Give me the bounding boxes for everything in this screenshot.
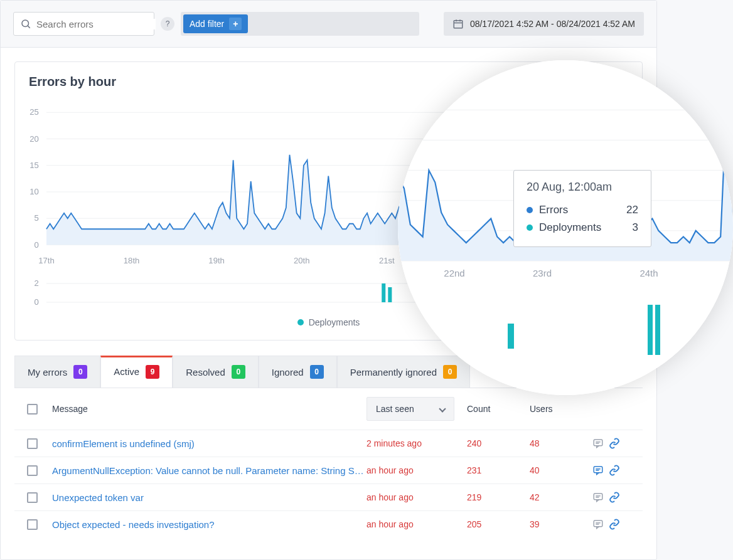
tab-badge: 0 [232,365,245,379]
error-table: Message Last seen Count Users confirmEle… [14,388,643,537]
tab-badge: 0 [310,365,324,379]
error-message-link[interactable]: confirmElement is undefined (smj) [52,438,366,449]
svg-text:22nd: 22nd [463,255,481,265]
svg-rect-30 [382,283,385,302]
tab-active[interactable]: Active9 [100,356,173,388]
date-range-text: 08/17/2021 4:52 AM - 08/24/2021 4:52 AM [470,19,635,29]
last-seen-value: 2 minutes ago [366,438,467,448]
svg-rect-41 [594,520,602,527]
topbar: ? Add filter + 08/17/2021 4:52 AM - 08/2… [1,1,656,48]
calendar-icon [452,18,464,29]
deployments-chart[interactable]: 02 [15,277,642,309]
tab-label: Active [114,366,139,377]
comment-icon[interactable] [592,465,604,476]
svg-rect-2 [454,21,463,28]
table-row: confirmElement is undefined (smj) 2 minu… [14,430,643,457]
tab-badge: 0 [73,365,87,379]
row-checkbox[interactable] [27,492,38,503]
svg-text:25: 25 [29,107,39,117]
row-checkbox[interactable] [27,465,38,476]
deployments-legend: Deployments [15,309,642,340]
users-value: 48 [530,438,592,448]
svg-text:20: 20 [29,134,39,144]
add-filter-label: Add filter [190,19,224,29]
last-seen-value: an hour ago [366,465,467,475]
last-seen-value: an hour ago [366,519,467,529]
svg-line-1 [28,26,29,28]
svg-text:19th: 19th [208,255,225,265]
tab-ignored[interactable]: Ignored0 [259,356,337,388]
tab-my-errors[interactable]: My errors0 [14,356,100,388]
svg-rect-31 [388,287,392,302]
svg-text:0: 0 [35,297,39,307]
table-row: ArgumentNullException: Value cannot be n… [14,457,643,483]
svg-rect-32 [594,440,602,446]
svg-text:10: 10 [29,187,39,196]
sort-last-seen[interactable]: Last seen [366,397,454,421]
search-input-wrapper[interactable] [13,12,154,36]
date-range-picker[interactable]: 08/17/2021 4:52 AM - 08/24/2021 4:52 AM [444,12,644,36]
error-message-link[interactable]: Object expected - needs investigation? [52,519,366,530]
svg-text:23rd: 23rd [548,255,565,265]
count-value: 219 [467,492,530,502]
link-icon[interactable] [609,465,620,476]
svg-text:2: 2 [35,278,39,288]
users-value: 40 [530,465,592,475]
link-icon[interactable] [609,438,620,449]
tab-label: Ignored [272,367,304,378]
svg-text:15: 15 [29,161,39,170]
users-value: 42 [530,492,592,502]
row-checkbox[interactable] [27,438,38,449]
chart-card: Errors by hour 051015202517th18th19th20t… [14,61,643,341]
filter-bar: Add filter + [181,12,419,36]
header-message: Message [52,404,366,414]
help-button[interactable]: ? [161,17,174,31]
svg-point-0 [22,20,29,27]
svg-text:21st: 21st [379,255,395,265]
count-value: 231 [467,465,530,475]
legend-label: Deployments [309,317,360,327]
table-row: Object expected - needs investigation? a… [14,510,643,537]
search-icon [20,18,31,29]
tab-badge: 9 [146,365,159,379]
header-users: Users [530,404,592,414]
svg-text:20th: 20th [294,255,310,265]
svg-text:0: 0 [35,240,39,250]
tab-label: Permanently ignored [350,367,437,378]
comment-icon[interactable] [592,438,604,449]
svg-text:5: 5 [35,213,39,223]
svg-rect-38 [594,494,602,500]
error-message-link[interactable]: ArgumentNullException: Value cannot be n… [52,465,366,476]
count-value: 205 [467,519,530,529]
tab-label: Resolved [186,367,225,378]
tab-resolved[interactable]: Resolved0 [173,356,259,388]
chevron-down-icon [439,405,446,412]
chart-title: Errors by hour [15,62,642,95]
svg-text:24th: 24th [634,255,650,265]
svg-text:18th: 18th [124,255,140,265]
header-last-seen: Last seen [376,404,414,414]
legend-dot-icon [297,319,304,325]
users-value: 39 [530,519,592,529]
tab-label: My errors [28,367,67,378]
comment-icon[interactable] [592,519,604,530]
tab-permanently-ignored[interactable]: Permanently ignored0 [337,356,470,388]
select-all-checkbox[interactable] [27,404,38,415]
plus-icon: + [229,18,242,30]
row-checkbox[interactable] [27,519,38,530]
svg-text:17th: 17th [38,255,55,265]
error-message-link[interactable]: Unexpected token var [52,492,366,503]
table-header: Message Last seen Count Users [14,388,643,430]
search-input[interactable] [36,19,156,29]
svg-rect-35 [594,467,602,473]
last-seen-value: an hour ago [366,492,467,502]
header-count: Count [467,404,530,414]
count-value: 240 [467,438,530,448]
errors-chart[interactable]: 051015202517th18th19th20th21st22nd23rd24… [15,95,642,277]
comment-icon[interactable] [592,492,604,503]
link-icon[interactable] [609,519,620,530]
link-icon[interactable] [609,492,620,503]
tabs: My errors0Active9Resolved0Ignored0Perman… [14,356,643,388]
tab-badge: 0 [443,365,457,379]
add-filter-button[interactable]: Add filter + [183,14,248,33]
